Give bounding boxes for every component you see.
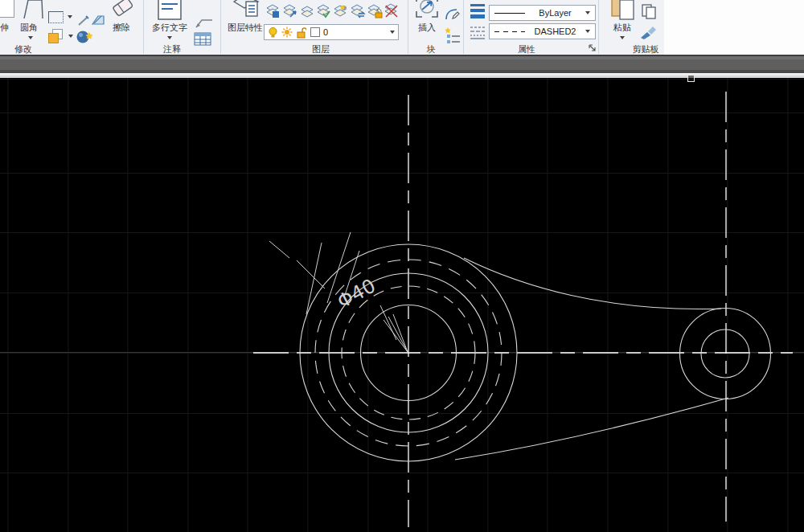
mtext-button[interactable]: 多行文字 bbox=[148, 0, 191, 43]
lineweight-icon bbox=[470, 2, 486, 18]
linetype-combo[interactable]: DASHED2 bbox=[489, 23, 596, 39]
match-properties-brush-icon bbox=[639, 24, 658, 40]
explode-button[interactable] bbox=[48, 29, 76, 45]
construction-line bbox=[297, 260, 325, 289]
panel-separator bbox=[408, 0, 408, 54]
profile-top-arc bbox=[464, 258, 721, 309]
stretch-button[interactable]: 伸 bbox=[0, 0, 14, 42]
leader-arrow-line bbox=[384, 320, 408, 352]
ribbon: 伸 圆角 bbox=[0, 0, 804, 55]
table-button[interactable] bbox=[194, 32, 211, 46]
leader-icon bbox=[194, 16, 215, 31]
linetype-icon-button[interactable] bbox=[470, 24, 486, 40]
lineweight-value: ByLayer bbox=[525, 8, 585, 18]
layer-properties-icon bbox=[232, 0, 260, 21]
layer-properties-label: 图层特性 bbox=[228, 22, 263, 34]
blend-curves-icon bbox=[76, 29, 96, 45]
erase-button[interactable]: 擦除 bbox=[106, 0, 138, 43]
layer-tools-row bbox=[265, 2, 402, 21]
paste-button[interactable]: 粘贴 bbox=[607, 0, 638, 43]
panel-block: 插入 bbox=[408, 0, 463, 55]
match-properties-button[interactable] bbox=[639, 24, 658, 40]
panel-annotate: 多行文字 bbox=[144, 0, 220, 55]
leader-button[interactable] bbox=[194, 16, 215, 31]
layer-combo[interactable]: 0 bbox=[264, 24, 399, 40]
construction-line bbox=[306, 243, 322, 314]
panel-label-clipboard[interactable]: 剪贴板 bbox=[633, 43, 659, 54]
leader-arrow-line bbox=[388, 317, 408, 352]
panel-label-layers[interactable]: 图层 bbox=[312, 43, 330, 54]
boss-outer-circle bbox=[680, 309, 771, 399]
ribbon-empty-area bbox=[664, 0, 804, 55]
lineweight-icon-button[interactable] bbox=[470, 2, 486, 18]
linetype-icon bbox=[470, 24, 486, 40]
lineweight-caret-icon[interactable] bbox=[585, 11, 590, 14]
leader-arrow-line bbox=[393, 314, 408, 352]
edit-hatch-button[interactable] bbox=[91, 13, 105, 27]
bulb-icon[interactable] bbox=[268, 27, 278, 39]
model-space-canvas[interactable]: Φ40 bbox=[0, 78, 804, 532]
linetype-sample-line bbox=[494, 31, 525, 32]
paste-icon bbox=[610, 0, 636, 21]
construction-line bbox=[380, 305, 396, 340]
insert-button[interactable]: 插入 bbox=[412, 0, 441, 43]
lineweight-sample-line bbox=[494, 13, 525, 14]
stretch-icon bbox=[0, 0, 14, 18]
explode-icon bbox=[48, 29, 63, 43]
layer-combo-value: 0 bbox=[323, 27, 390, 37]
block-edit-button[interactable] bbox=[444, 6, 460, 23]
boss-bore-circle bbox=[701, 329, 749, 378]
panel-label-modify[interactable]: 修改 bbox=[14, 43, 32, 54]
construction-line bbox=[269, 241, 289, 258]
sun-icon[interactable] bbox=[281, 27, 293, 38]
erase-icon bbox=[109, 0, 137, 19]
panel-label-block[interactable]: 块 bbox=[427, 43, 436, 54]
rectangle-caret-icon bbox=[68, 15, 72, 18]
dimension-text: Φ40 bbox=[334, 275, 379, 313]
block-attributes-icon bbox=[444, 26, 461, 45]
unlock-icon[interactable] bbox=[296, 27, 306, 39]
layer-properties-button[interactable]: 图层特性 bbox=[226, 0, 265, 43]
rectangle-tool-button[interactable] bbox=[48, 10, 74, 27]
explode-caret-icon bbox=[68, 35, 73, 38]
stretch-label: 伸 bbox=[0, 22, 9, 34]
edit-polyline-button[interactable] bbox=[77, 14, 90, 27]
rectangle-icon bbox=[48, 11, 64, 23]
panel-separator bbox=[143, 0, 144, 54]
cad-drawing: Φ40 bbox=[0, 78, 804, 532]
fillet-icon bbox=[21, 0, 45, 18]
lineweight-combo[interactable]: ByLayer bbox=[489, 5, 596, 21]
collapsed-titlebar bbox=[0, 55, 804, 73]
fillet-button[interactable]: 圆角 bbox=[18, 0, 47, 43]
erase-label: 擦除 bbox=[113, 22, 130, 34]
mtext-icon bbox=[157, 0, 183, 21]
panel-separator bbox=[598, 0, 599, 54]
table-icon bbox=[194, 32, 211, 46]
mtext-label: 多行文字 bbox=[152, 22, 187, 34]
linetype-caret-icon[interactable] bbox=[585, 30, 590, 33]
properties-dialog-launcher-icon[interactable] bbox=[589, 44, 597, 52]
layer-combo-caret-icon[interactable] bbox=[390, 31, 395, 34]
panel-separator bbox=[463, 0, 464, 54]
copy-icon bbox=[641, 3, 657, 19]
paste-label: 粘贴 bbox=[613, 22, 631, 34]
mtext-caret-icon bbox=[167, 36, 172, 39]
block-attributes-button[interactable] bbox=[444, 26, 461, 45]
edit-hatch-icon bbox=[91, 13, 105, 27]
linetype-value: DASHED2 bbox=[525, 27, 585, 36]
blend-curves-button[interactable] bbox=[76, 29, 96, 45]
layer-color-swatch[interactable] bbox=[310, 27, 320, 37]
fillet-caret-icon bbox=[28, 36, 33, 39]
layer-tools-icons[interactable] bbox=[265, 2, 402, 21]
copy-button[interactable] bbox=[641, 3, 657, 19]
block-edit-icon bbox=[444, 6, 460, 23]
fillet-label: 圆角 bbox=[20, 22, 38, 34]
edit-polyline-icon bbox=[77, 14, 90, 27]
app-window: { "ribbon": { "modify": {"label": "修改", … bbox=[0, 0, 804, 532]
insert-icon bbox=[414, 0, 440, 19]
panel-separator bbox=[220, 0, 221, 54]
paste-caret-icon bbox=[620, 36, 625, 39]
pickbox-cursor[interactable] bbox=[687, 75, 695, 82]
panel-label-properties[interactable]: 属性 bbox=[518, 43, 535, 54]
panel-label-annotate[interactable]: 注释 bbox=[163, 43, 181, 54]
